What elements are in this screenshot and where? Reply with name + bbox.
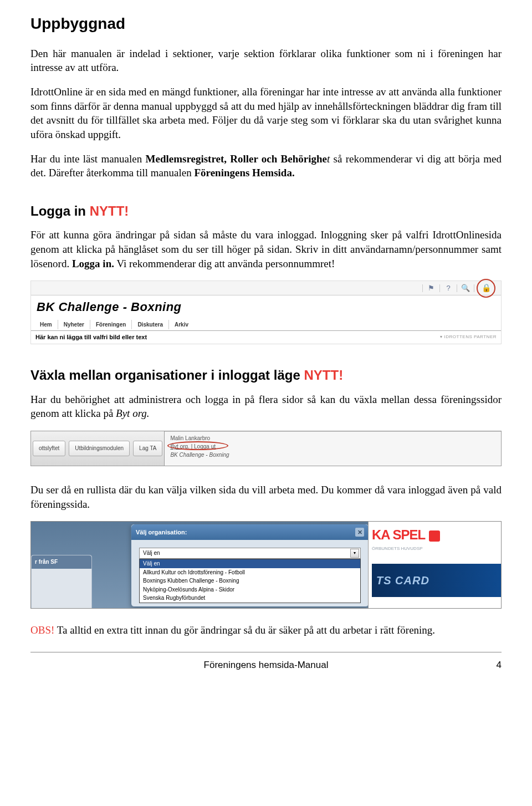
footer: Föreningens hemsida-Manual 4 bbox=[30, 659, 502, 672]
obs-label: OBS! bbox=[30, 624, 54, 636]
nav-item[interactable]: Föreningen bbox=[90, 320, 132, 330]
user-info-panel: Malin Lankarbro Byt org. | Logga ut BK C… bbox=[165, 431, 501, 466]
side-panel: r från SF bbox=[31, 555, 92, 609]
tab-item[interactable]: Utbildningsmodulen bbox=[69, 441, 130, 456]
sports-card-banner: TS CARD bbox=[372, 564, 501, 597]
search-icon[interactable]: 🔍 bbox=[461, 283, 470, 293]
heading-nytt-badge: NYTT! bbox=[90, 203, 129, 218]
screenshot-byt-org: ottslyftet Utbildningsmodulen Lag TA Mal… bbox=[30, 431, 502, 466]
text-italic: Byt org. bbox=[116, 407, 150, 419]
logo-text: KA SPEL bbox=[372, 527, 425, 542]
heading-text: Växla mellan organisationer i inloggat l… bbox=[30, 368, 304, 382]
dialog-title: Välj organisation: bbox=[136, 528, 187, 537]
para: Har du behörighet att administrera och l… bbox=[30, 392, 502, 421]
help-icon[interactable]: ? bbox=[443, 283, 453, 293]
main-nav: Hem Nyheter Föreningen Diskutera Arkiv bbox=[31, 318, 501, 331]
text-bold: Föreningens Hemsida. bbox=[194, 167, 294, 178]
heading-nytt-badge: NYTT! bbox=[304, 368, 343, 382]
dialog-valj-organisation: Välj organisation: ✕ Välj en ▾ Välj en A… bbox=[131, 524, 369, 607]
highlight-ellipse bbox=[167, 441, 228, 450]
partner-subtitle: ÖRBUNDETS HUVUDSP bbox=[372, 546, 501, 552]
nav-item[interactable]: Diskutera bbox=[132, 320, 169, 330]
partner-label: ▾ IDROTTENS PARTNER bbox=[440, 334, 497, 340]
chevron-down-icon: ▾ bbox=[440, 334, 443, 340]
heading-text: Logga in bbox=[30, 203, 90, 218]
para: Du ser då en rullista där du kan välja v… bbox=[30, 483, 502, 511]
login-lock-button[interactable]: 🔒 bbox=[478, 280, 494, 297]
text: Vi rekommenderar dig att använda personn… bbox=[114, 258, 335, 269]
chevron-down-icon: ▾ bbox=[350, 549, 359, 558]
partner-column: KA SPEL ÖRBUNDETS HUVUDSP TS CARD bbox=[368, 522, 501, 608]
text-bold: Logga in. bbox=[72, 258, 114, 269]
heading-uppbyggnad: Uppbyggnad bbox=[30, 13, 502, 34]
screenshot-valj-organisation: r från SF Välj organisation: ✕ Välj en ▾… bbox=[30, 521, 502, 609]
side-panel-header: r från SF bbox=[32, 555, 91, 569]
tab-item[interactable]: ottslyftet bbox=[33, 441, 65, 456]
tab-bar: ottslyftet Utbildningsmodulen Lag TA bbox=[31, 431, 165, 466]
select-option[interactable]: Nyköping-Oxelösunds Alpina - Skidor bbox=[140, 585, 360, 594]
heading-logga-in: Logga in NYTT! bbox=[30, 202, 502, 220]
toolbar: ⚑ ? 🔍 🔒 bbox=[31, 281, 501, 295]
divider bbox=[457, 284, 457, 292]
close-button[interactable]: ✕ bbox=[355, 528, 364, 537]
divider bbox=[439, 284, 440, 292]
para: IdrottOnline är en sida med en mängd fun… bbox=[30, 85, 502, 142]
context-text: BK Challenge - Boxning bbox=[170, 452, 229, 458]
subheader-text: Här kan ni lägga till valfri bild eller … bbox=[35, 333, 147, 341]
select-option[interactable]: Välj en bbox=[140, 559, 360, 568]
divider bbox=[422, 284, 423, 292]
card-text: TS CARD bbox=[376, 573, 429, 588]
nav-item[interactable]: Arkiv bbox=[169, 320, 194, 330]
org-select-options: Välj en Allkurd Kultur och Idrottsföreni… bbox=[139, 559, 361, 603]
lock-icon: 🔒 bbox=[482, 283, 491, 293]
text: Har du behörighet att administrera och l… bbox=[30, 394, 502, 420]
text: Har du inte läst manualen bbox=[30, 153, 146, 165]
nav-item[interactable]: Hem bbox=[34, 320, 58, 330]
select-option[interactable]: Allkurd Kultur och Idrottsförening - Fot… bbox=[140, 568, 360, 577]
footer-page-number: 4 bbox=[485, 659, 502, 672]
screenshot-bk-challenge-header: ⚑ ? 🔍 🔒 BK Challenge - Boxning Hem Nyhet… bbox=[30, 280, 502, 344]
site-title: BK Challenge - Boxning bbox=[31, 295, 501, 318]
user-name: Malin Lankarbro bbox=[170, 434, 495, 442]
svenska-spel-logo: KA SPEL bbox=[372, 526, 501, 544]
select-option[interactable]: Boxnings Klubben Challenge - Boxning bbox=[140, 577, 360, 585]
para: För att kunna göra ändringar på sidan så… bbox=[30, 228, 502, 271]
divider bbox=[474, 284, 474, 292]
heading-vaxla-org: Växla mellan organisationer i inloggat l… bbox=[30, 366, 502, 384]
dice-icon bbox=[429, 530, 440, 542]
footer-rule bbox=[30, 652, 502, 652]
para: Har du inte läst manualen Medlemsregistr… bbox=[30, 152, 502, 180]
partner-text: IDROTTENS PARTNER bbox=[444, 334, 497, 340]
para: Den här manualen är indelad i sektioner,… bbox=[30, 47, 502, 75]
dialog-title-bar: Välj organisation: ✕ bbox=[131, 524, 369, 540]
para: OBS! Ta alltid en extra titt innan du gö… bbox=[30, 623, 502, 637]
nav-item[interactable]: Nyheter bbox=[58, 320, 90, 330]
select-value: Välj en bbox=[143, 549, 160, 557]
select-option[interactable]: Svenska Rugbyförbundet bbox=[140, 594, 360, 603]
footer-title: Föreningens hemsida-Manual bbox=[47, 659, 485, 672]
org-select[interactable]: Välj en ▾ bbox=[139, 548, 361, 559]
sitemap-icon[interactable]: ⚑ bbox=[426, 283, 436, 293]
text-bold: Medlemsregistret, Roller och Behörighe bbox=[146, 153, 327, 165]
text: Ta alltid en extra titt innan du gör änd… bbox=[54, 624, 435, 636]
tab-item[interactable]: Lag TA bbox=[133, 441, 162, 456]
subheader: Här kan ni lägga till valfri bild eller … bbox=[31, 331, 501, 344]
